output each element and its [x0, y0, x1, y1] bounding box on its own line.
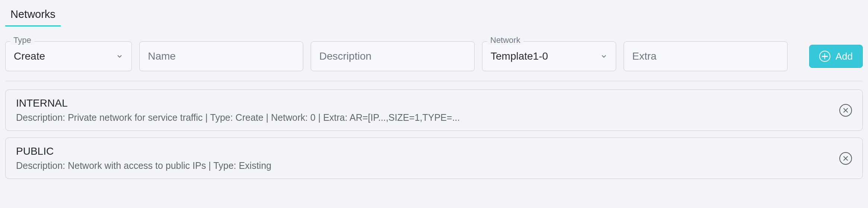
add-button[interactable]: Add — [809, 45, 863, 68]
network-form-row: Type Create Network Template1-0 — [5, 41, 863, 81]
chevron-down-icon — [116, 53, 123, 60]
network-select-value: Template1-0 — [491, 50, 548, 62]
chevron-down-icon — [600, 53, 608, 60]
type-field: Type Create — [5, 41, 132, 71]
list-item-desc: Description: Private network for service… — [16, 112, 832, 123]
list-item-title: INTERNAL — [16, 97, 832, 109]
network-select[interactable]: Template1-0 — [482, 41, 616, 71]
network-label: Network — [487, 35, 523, 45]
list-item-title: PUBLIC — [16, 145, 832, 157]
plus-circle-icon — [819, 51, 830, 62]
network-field: Network Template1-0 — [482, 41, 616, 71]
list-item[interactable]: INTERNAL Description: Private network fo… — [5, 89, 863, 131]
tabs: Networks — [5, 5, 863, 26]
name-field — [139, 41, 303, 71]
remove-button[interactable] — [839, 152, 852, 165]
remove-button[interactable] — [839, 104, 852, 117]
description-input[interactable] — [311, 41, 475, 71]
type-select-value: Create — [14, 50, 45, 62]
tab-networks[interactable]: Networks — [5, 5, 61, 26]
list-item[interactable]: PUBLIC Description: Network with access … — [5, 138, 863, 179]
type-select[interactable]: Create — [5, 41, 132, 71]
list-item-desc: Description: Network with access to publ… — [16, 160, 832, 171]
extra-field — [624, 41, 788, 71]
description-field — [311, 41, 475, 71]
type-label: Type — [10, 35, 34, 45]
extra-input[interactable] — [624, 41, 788, 71]
add-button-label: Add — [836, 51, 853, 62]
name-input[interactable] — [139, 41, 303, 71]
network-list: INTERNAL Description: Private network fo… — [5, 89, 863, 179]
